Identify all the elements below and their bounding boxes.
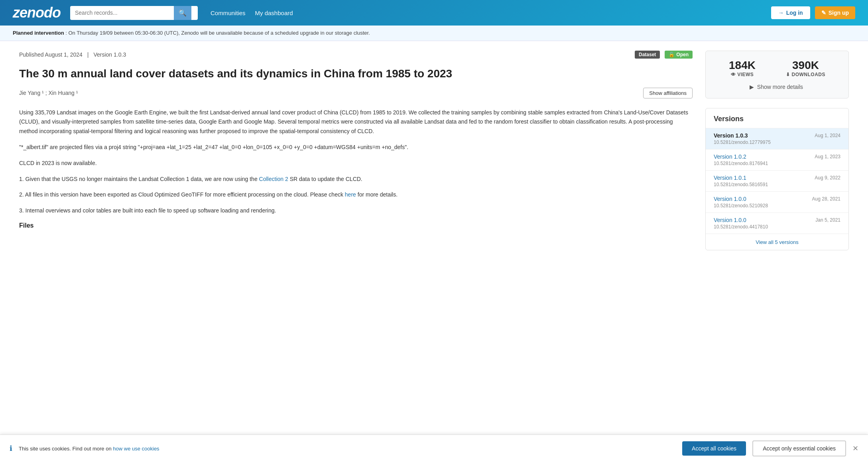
downloads-stat: 390K ⬇ DOWNLOADS: [786, 59, 825, 77]
version-2-date: Aug 9, 2022: [815, 175, 840, 181]
version-2-label: Version 1.0.1: [714, 175, 746, 181]
stats-row: 184K 👁 VIEWS 390K ⬇ DOWNLOADS: [714, 59, 840, 77]
version-0-date: Aug 1, 2024: [815, 133, 840, 138]
lock-icon: 🔓: [669, 52, 675, 57]
search-icon: 🔍: [179, 10, 187, 16]
signup-label: Sign up: [829, 10, 849, 16]
description-5: 2. All files in this version have been e…: [19, 190, 693, 200]
description-1: Using 335,709 Landsat images on the Goog…: [19, 108, 693, 136]
view-all-versions[interactable]: View all 5 versions: [706, 234, 848, 250]
version-item-1[interactable]: Version 1.0.2 Aug 1, 2023 10.5281/zenodo…: [706, 149, 848, 170]
show-affiliations-button[interactable]: Show affiliations: [643, 88, 693, 98]
downloads-number: 390K: [786, 59, 825, 72]
announcement-label: Planned intervention: [13, 30, 64, 36]
version-label: Version 1.0.3: [93, 51, 126, 58]
chevron-right-icon: ▶: [750, 84, 754, 90]
version-1-doi: 10.5281/zenodo.8176941: [714, 161, 840, 166]
search-button[interactable]: 🔍: [174, 6, 191, 20]
version-4-date: Jan 5, 2021: [815, 217, 840, 223]
description-6: 3. Internal overviews and color tables a…: [19, 206, 693, 216]
files-section: Files: [19, 222, 693, 229]
version-item-3[interactable]: Version 1.0.0 Aug 28, 2021 10.5281/zenod…: [706, 191, 848, 212]
version-item-4[interactable]: Version 1.0.0 Jan 5, 2021 10.5281/zenodo…: [706, 212, 848, 234]
version-item-2[interactable]: Version 1.0.1 Aug 9, 2022 10.5281/zenodo…: [706, 170, 848, 191]
sidebar: 184K 👁 VIEWS 390K ⬇ DOWNLOADS ▶ Show mor: [705, 51, 849, 250]
view-all-link[interactable]: View all 5 versions: [756, 239, 798, 245]
description-4-text: 1. Given that the USGS no longer maintai…: [19, 176, 258, 182]
login-button[interactable]: → Log in: [771, 6, 810, 19]
search-bar: 🔍: [70, 6, 198, 20]
record-meta: Published August 1, 2024 | Version 1.0.3…: [19, 51, 693, 59]
open-badge: 🔓 Open: [665, 51, 693, 59]
stats-card: 184K 👁 VIEWS 390K ⬇ DOWNLOADS ▶ Show mor: [705, 51, 849, 98]
views-stat: 184K 👁 VIEWS: [729, 59, 756, 77]
login-label: Log in: [786, 10, 803, 16]
versions-title: Versions: [706, 108, 848, 128]
logo: zenodo: [13, 4, 61, 21]
description-3: CLCD in 2023 is now available.: [19, 159, 693, 168]
login-icon: →: [778, 10, 784, 16]
download-icon: ⬇: [786, 72, 790, 77]
version-item-0[interactable]: Version 1.0.3 Aug 1, 2024 10.5281/zenodo…: [706, 128, 848, 149]
main-container: Published August 1, 2024 | Version 1.0.3…: [0, 41, 868, 260]
published-date: Published August 1, 2024: [19, 51, 83, 58]
signup-icon: ✎: [821, 10, 826, 16]
description-5b-text: for more details.: [358, 191, 398, 198]
version-3-label: Version 1.0.0: [714, 196, 746, 202]
versions-card: Versions Version 1.0.3 Aug 1, 2024 10.52…: [705, 108, 849, 250]
record-title: The 30 m annual land cover datasets and …: [19, 67, 693, 81]
dashboard-link[interactable]: My dashboard: [255, 10, 293, 16]
announcement-text: : On Thursday 19/09 between 05:30-06:30 …: [65, 30, 370, 36]
collection2-link[interactable]: Collection 2: [259, 176, 288, 182]
views-label: 👁 VIEWS: [729, 72, 756, 77]
description-4: 1. Given that the USGS no longer maintai…: [19, 175, 693, 184]
version-1-date: Aug 1, 2023: [815, 154, 840, 159]
authors-text: Jie Yang ¹ ; Xin Huang ¹: [19, 90, 640, 96]
downloads-label: ⬇ DOWNLOADS: [786, 72, 825, 77]
version-1-label: Version 1.0.2: [714, 153, 746, 160]
eye-icon: 👁: [731, 72, 736, 77]
search-input[interactable]: [70, 6, 174, 19]
authors-row: Jie Yang ¹ ; Xin Huang ¹ Show affiliatio…: [19, 88, 693, 98]
dataset-badge: Dataset: [635, 51, 660, 59]
announcement-banner: Planned intervention : On Thursday 19/09…: [0, 26, 868, 41]
content-area: Published August 1, 2024 | Version 1.0.3…: [19, 51, 693, 250]
show-more-details-button[interactable]: ▶ Show more details: [714, 84, 840, 90]
version-2-doi: 10.5281/zenodo.5816591: [714, 182, 840, 187]
version-0-doi: 10.5281/zenodo.12779975: [714, 140, 840, 145]
show-more-label: Show more details: [757, 84, 803, 90]
version-3-date: Aug 28, 2021: [812, 196, 840, 202]
description-4b-text: SR data to update the CLCD.: [290, 176, 362, 182]
description-5-text: 2. All files in this version have been e…: [19, 191, 343, 198]
version-4-label: Version 1.0.0: [714, 217, 746, 223]
description-2: "*_albert.tif" are projected files via a…: [19, 143, 693, 152]
version-text: |: [87, 51, 89, 58]
views-number: 184K: [729, 59, 756, 72]
nav-links: Communities My dashboard: [211, 10, 762, 16]
header: zenodo 🔍 Communities My dashboard → Log …: [0, 0, 868, 26]
open-label: Open: [676, 52, 689, 57]
communities-link[interactable]: Communities: [211, 10, 246, 16]
header-actions: → Log in ✎ Sign up: [771, 6, 855, 19]
here-link[interactable]: here: [345, 191, 356, 198]
version-0-label: Version 1.0.3: [714, 132, 748, 139]
version-4-doi: 10.5281/zenodo.4417810: [714, 224, 840, 230]
signup-button[interactable]: ✎ Sign up: [815, 6, 855, 19]
version-3-doi: 10.5281/zenodo.5210928: [714, 203, 840, 208]
